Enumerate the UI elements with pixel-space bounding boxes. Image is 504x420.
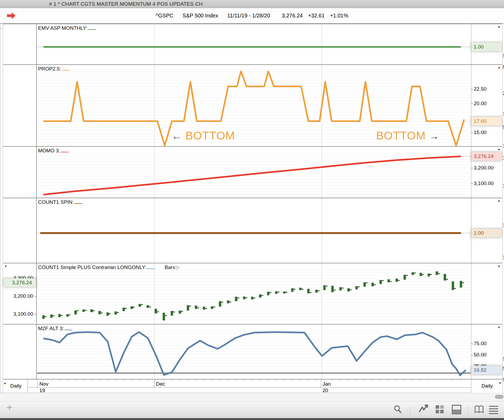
panel-axis-caret[interactable]: ▾: [498, 148, 500, 151]
axis-value-highlight: 16.82: [471, 366, 502, 374]
axis-value-label: 50.00: [474, 352, 487, 358]
layout-split-icon[interactable]: [451, 404, 462, 415]
zoom-search-icon[interactable]: [393, 404, 403, 414]
year-label: 20: [323, 388, 328, 393]
date-tick: [204, 379, 204, 381]
plot-left-border: [36, 24, 37, 380]
panel-label-emv-asp-monthly: EMV ASP MONTHLY:: [38, 25, 96, 31]
date-tick: [244, 379, 244, 381]
date-tick: [196, 379, 196, 381]
date-tick: [252, 379, 253, 381]
axis-value-label: 22.50: [474, 86, 487, 92]
date-tick: [284, 379, 285, 381]
date-tick: [124, 379, 124, 381]
axis-tick: [471, 89, 473, 90]
panel-axis-caret[interactable]: ▾: [498, 326, 500, 329]
panel-separator: [3, 198, 502, 198]
interval-caret-left[interactable]: ▾: [4, 382, 6, 385]
date-tick: [212, 379, 212, 381]
chart-plot-area[interactable]: [0, 0, 504, 420]
month-tick: [321, 379, 321, 388]
interval-caret-right[interactable]: ▾: [499, 381, 501, 385]
year-label: 19: [39, 388, 45, 393]
axis-value-label: 3,200.00: [4, 293, 33, 299]
panel-label-count1-spin: COUNT1 SPIN:: [38, 199, 82, 205]
date-tick: [260, 379, 261, 381]
panel-separator: [3, 379, 502, 380]
date-tick: [164, 379, 164, 381]
panel-separator: [3, 263, 502, 263]
left-axis-column[interactable]: [3, 24, 36, 379]
panel-axis-caret[interactable]: ▾: [498, 25, 500, 29]
date-tick: [220, 379, 220, 381]
month-tick: [154, 379, 155, 388]
panel-axis-caret-left[interactable]: ▾: [5, 264, 7, 268]
notebook-icon[interactable]: [474, 404, 485, 415]
date-tick: [188, 379, 188, 381]
axis-value-label: 75.00: [474, 341, 487, 347]
date-tick: [68, 379, 68, 381]
month-label: Jan: [323, 381, 331, 387]
month-label: Dec: [156, 381, 165, 387]
adjacent-pane-sliver: SM21511111S551: [502, 24, 504, 393]
panel-axis-caret[interactable]: ▾: [498, 66, 500, 69]
interval-daily-left[interactable]: Daily: [10, 383, 21, 389]
bottom-annotation: BOTTOM →: [376, 129, 440, 142]
date-tick: [236, 379, 236, 381]
date-tick: [413, 379, 413, 381]
interval-daily-right[interactable]: Daily: [481, 383, 493, 389]
axis-value-highlight: 1.00: [471, 43, 502, 51]
axis-value-highlight: 17.00: [471, 117, 502, 126]
chart-window: # 1 * CHART CGTS MASTER MOMENTUM 4 POS U…: [0, 0, 504, 420]
panel-label-count1-simple-longonly: COUNT1 Simple PLUS Contrarian LONGONLY:B…: [38, 264, 180, 270]
date-tick: [116, 379, 116, 381]
date-tick: [292, 379, 292, 381]
date-tick: [308, 379, 309, 381]
axis-tick: [471, 104, 473, 104]
date-tick: [180, 379, 180, 381]
date-tick: [156, 379, 156, 381]
date-tick: [228, 379, 228, 381]
right-arrow-glyph: →: [429, 130, 440, 142]
date-tick: [421, 379, 421, 381]
date-tick: [381, 379, 381, 381]
panel-label-momo-3: MOMO 3:: [38, 148, 69, 154]
date-tick: [148, 379, 148, 381]
date-tick: [373, 379, 373, 381]
date-tick: [132, 379, 132, 381]
axis-tick: [471, 344, 473, 344]
date-tick: [332, 379, 333, 381]
axis-left-border: [471, 24, 471, 393]
date-tick: [84, 379, 84, 381]
panel-separator: [3, 24, 502, 24]
date-tick: [300, 379, 301, 381]
panel-axis-caret[interactable]: ▾: [498, 199, 500, 203]
panel-separator: [3, 324, 502, 325]
date-tick: [172, 379, 172, 381]
flash-chart-icon[interactable]: [418, 404, 429, 415]
date-tick: [349, 379, 349, 381]
date-tick: [43, 379, 44, 381]
date-tick: [397, 379, 397, 381]
axis-value-label: 15.00: [474, 130, 487, 135]
axis-value-label: 3,100.00: [474, 180, 494, 186]
bottom-text: BOTTOM: [376, 129, 426, 142]
date-tick: [100, 379, 100, 381]
date-tick: [365, 379, 365, 381]
axis-value-label: 3,200.00: [474, 165, 494, 171]
axis-tick: [471, 132, 473, 133]
date-tick: [276, 379, 277, 381]
panel-axis-caret[interactable]: ▾: [498, 264, 500, 268]
month-year-separator: [28, 387, 471, 388]
right-axis-column[interactable]: [471, 24, 502, 393]
date-tick: [405, 379, 405, 381]
list-menu-icon[interactable]: [488, 405, 499, 415]
date-tick: [429, 379, 429, 381]
date-tick: [461, 379, 461, 381]
date-tick: [60, 379, 60, 381]
month-label: Nov: [39, 381, 49, 387]
axis-tick: [471, 355, 473, 355]
panel-separator: [3, 64, 502, 65]
grid-panels-icon[interactable]: [435, 404, 445, 415]
panel-label-prop2-5: PROP2.5:: [38, 66, 70, 72]
